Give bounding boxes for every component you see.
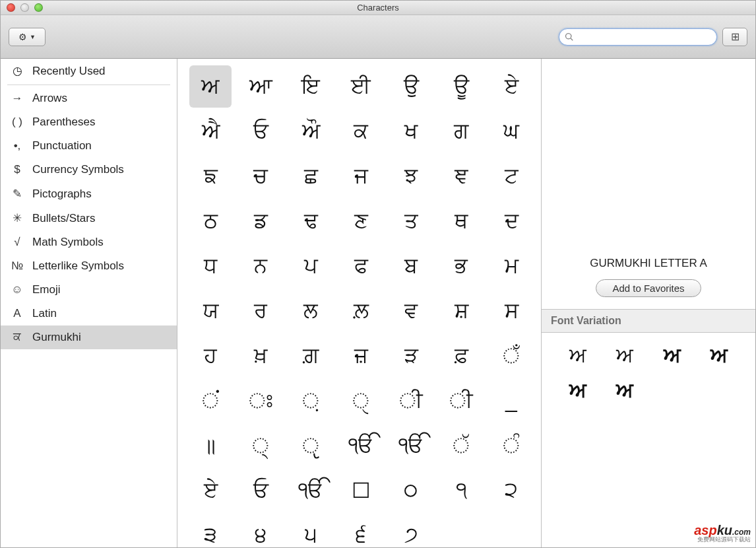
character-cell[interactable]: ਭ bbox=[440, 245, 482, 287]
character-cell[interactable]: ੴ bbox=[390, 425, 432, 467]
character-cell[interactable]: ੴ bbox=[340, 425, 382, 467]
character-cell[interactable]: ਲ਼ bbox=[340, 290, 382, 332]
action-menu-button[interactable]: ⚙ ▼ bbox=[9, 28, 46, 46]
character-cell[interactable]: ਓ bbox=[239, 469, 282, 512]
sidebar-item-parentheses[interactable]: ( )Parentheses bbox=[1, 110, 177, 134]
character-cell[interactable]: ੫ bbox=[290, 514, 332, 547]
character-cell[interactable]: ਢ bbox=[290, 200, 332, 242]
character-cell[interactable]: ਹ bbox=[189, 335, 232, 377]
character-cell[interactable]: ਨ bbox=[239, 245, 282, 287]
character-cell[interactable]: ੀ bbox=[390, 380, 432, 422]
sidebar-item-latin[interactable]: ALatin bbox=[1, 302, 177, 325]
character-cell[interactable]: ੪ bbox=[239, 514, 282, 547]
character-cell[interactable]: ਝ bbox=[390, 155, 432, 197]
character-cell[interactable]: ਟ bbox=[490, 155, 532, 197]
character-cell[interactable]: ਜ਼ bbox=[340, 335, 382, 377]
character-cell[interactable]: ਸ bbox=[490, 290, 532, 332]
sidebar-item-emoji[interactable]: ☺Emoji bbox=[1, 278, 177, 302]
character-cell[interactable]: ਫ਼ bbox=[440, 335, 482, 377]
character-cell[interactable]: ਜ bbox=[340, 155, 382, 197]
character-cell[interactable]: ਁ bbox=[490, 335, 532, 377]
search-field[interactable] bbox=[559, 28, 717, 46]
character-cell[interactable]: ੀ bbox=[440, 380, 482, 422]
character-cell[interactable]: ੍ bbox=[239, 425, 282, 467]
sidebar-item-math-symbols[interactable]: √Math Symbols bbox=[1, 230, 177, 254]
character-cell[interactable]: ੭ bbox=[390, 514, 432, 547]
view-toggle-button[interactable]: ⊞ bbox=[722, 28, 747, 46]
font-variation-header: Font Variation bbox=[542, 309, 755, 333]
character-cell[interactable]: ਆ bbox=[239, 65, 282, 108]
character-cell[interactable]: ਕ bbox=[340, 110, 382, 153]
character-cell[interactable]: ੴ bbox=[290, 469, 332, 512]
add-to-favorites-button[interactable]: Add to Favorites bbox=[596, 279, 701, 297]
search-input[interactable] bbox=[577, 32, 711, 42]
character-cell[interactable]: ਸ਼ bbox=[440, 290, 482, 332]
sidebar-item-arrows[interactable]: →Arrows bbox=[1, 86, 177, 110]
character-cell[interactable]: ਔ bbox=[290, 110, 332, 153]
character-cell[interactable]: _ bbox=[490, 380, 532, 422]
character-cell[interactable]: ॥ bbox=[189, 425, 232, 467]
character-cell[interactable]: ਮ bbox=[490, 245, 532, 287]
sidebar-item-recently-used[interactable]: ◷Recently Used bbox=[1, 59, 177, 83]
character-cell[interactable]: ੧ bbox=[440, 469, 482, 512]
character-cell[interactable]: ਼ bbox=[290, 380, 332, 422]
character-cell[interactable]: ੬ bbox=[340, 514, 382, 547]
character-cell[interactable]: ੱ bbox=[440, 425, 482, 467]
character-cell[interactable]: ੦ bbox=[390, 469, 432, 512]
character-cell[interactable]: ਏ bbox=[189, 469, 232, 512]
character-cell[interactable]: ਠ bbox=[189, 200, 232, 242]
character-cell[interactable]: ਙ bbox=[189, 155, 232, 197]
character-cell[interactable]: ਚ bbox=[239, 155, 282, 197]
character-cell[interactable]: ੩ bbox=[189, 514, 232, 547]
sidebar-item-punctuation[interactable]: •,Punctuation bbox=[1, 134, 177, 158]
character-cell[interactable]: ਐ bbox=[189, 110, 232, 153]
character-cell[interactable]: ਲ bbox=[290, 290, 332, 332]
character-cell[interactable]: ਯ bbox=[189, 290, 232, 332]
font-variation-cell[interactable]: ਅ bbox=[652, 345, 693, 368]
character-cell[interactable]: ਏ bbox=[490, 65, 532, 108]
character-cell[interactable]: ਥ bbox=[440, 200, 482, 242]
character-cell[interactable]: ੑ bbox=[340, 380, 382, 422]
font-variation-cell[interactable]: ਅ bbox=[605, 380, 646, 403]
character-cell[interactable]: ਓ bbox=[239, 110, 282, 153]
character-cell[interactable]: ਦ bbox=[490, 200, 532, 242]
character-cell[interactable]: ਂ bbox=[189, 380, 232, 422]
character-cell[interactable]: ਰ bbox=[239, 290, 282, 332]
character-cell[interactable]: ੰ bbox=[490, 425, 532, 467]
font-variation-cell[interactable]: ਅ bbox=[699, 345, 740, 368]
font-variation-cell[interactable]: ਅ bbox=[605, 345, 646, 368]
character-cell[interactable]: ਛ bbox=[290, 155, 332, 197]
character-cell[interactable]: ਉ bbox=[390, 65, 432, 108]
font-variation-cell[interactable]: ਅ bbox=[557, 380, 598, 403]
character-cell[interactable]: ੜ bbox=[390, 335, 432, 377]
character-cell[interactable]: ਖ bbox=[390, 110, 432, 153]
character-cell[interactable]: ਞ bbox=[440, 155, 482, 197]
character-cell[interactable]: ਣ bbox=[340, 200, 382, 242]
character-cell[interactable]: ਗ਼ bbox=[290, 335, 332, 377]
character-grid-scroll[interactable]: ਅਆਇਈਉਊਏਐਓਔਕਖਗਘਙਚਛਜਝਞਟਠਡਢਣਤਥਦਧਨਪਫਬਭਮਯਰਲਲ਼… bbox=[177, 59, 542, 547]
sidebar-item-pictographs[interactable]: ✎Pictographs bbox=[1, 182, 177, 206]
sidebar-item-bullets-stars[interactable]: ✳︎Bullets/Stars bbox=[1, 206, 177, 230]
character-cell[interactable]: ਗ bbox=[440, 110, 482, 153]
sidebar-item-letterlike-symbols[interactable]: №Letterlike Symbols bbox=[1, 254, 177, 278]
character-cell[interactable]: ਫ bbox=[340, 245, 382, 287]
character-cell[interactable]: ਘ bbox=[490, 110, 532, 153]
character-cell[interactable]: ਤ bbox=[390, 200, 432, 242]
character-cell[interactable]: ਬ bbox=[390, 245, 432, 287]
character-cell[interactable]: ਵ bbox=[390, 290, 432, 332]
character-cell[interactable]: ੵ bbox=[290, 425, 332, 467]
font-variation-cell[interactable]: ਅ bbox=[557, 345, 598, 368]
character-cell[interactable]: ਡ bbox=[239, 200, 282, 242]
character-cell[interactable]: ਖ਼ bbox=[239, 335, 282, 377]
character-cell[interactable]: ੨ bbox=[490, 469, 532, 512]
character-cell[interactable]: ਅ bbox=[189, 65, 232, 108]
character-cell[interactable]: ਈ bbox=[340, 65, 382, 108]
character-cell[interactable]: ☐ bbox=[340, 469, 382, 512]
character-cell[interactable]: ਪ bbox=[290, 245, 332, 287]
character-cell[interactable]: ਃ bbox=[239, 380, 282, 422]
sidebar-item-gurmukhi[interactable]: ਕGurmukhi bbox=[1, 325, 177, 349]
character-cell[interactable]: ਧ bbox=[189, 245, 232, 287]
character-cell[interactable]: ਊ bbox=[440, 65, 482, 108]
sidebar-item-currency-symbols[interactable]: $Currency Symbols bbox=[1, 158, 177, 182]
character-cell[interactable]: ਇ bbox=[290, 65, 332, 108]
